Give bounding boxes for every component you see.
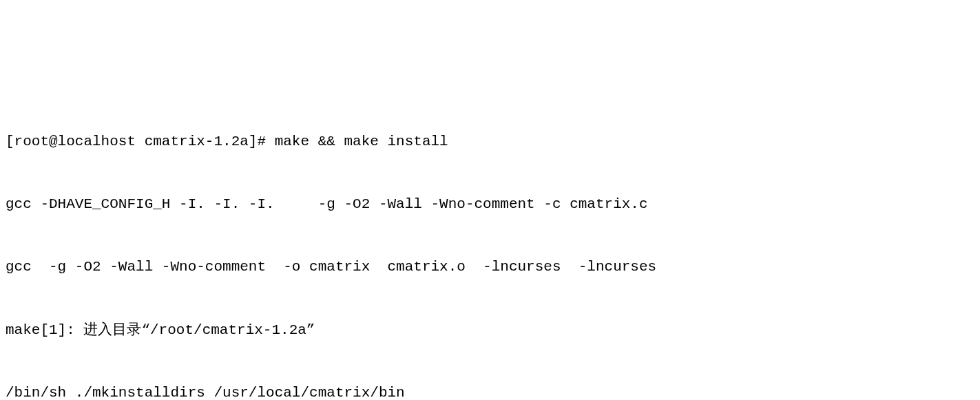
terminal-line: gcc -DHAVE_CONFIG_H -I. -I. -I. -g -O2 -… bbox=[6, 194, 974, 215]
terminal-output: [root@localhost cmatrix-1.2a]# make && m… bbox=[6, 90, 974, 400]
terminal-line: gcc -g -O2 -Wall -Wno-comment -o cmatrix… bbox=[6, 257, 974, 277]
terminal-line: make[1]: 进入目录“/root/cmatrix-1.2a” bbox=[6, 320, 974, 341]
terminal-line: [root@localhost cmatrix-1.2a]# make && m… bbox=[6, 131, 974, 152]
terminal-line: /bin/sh ./mkinstalldirs /usr/local/cmatr… bbox=[6, 383, 974, 400]
